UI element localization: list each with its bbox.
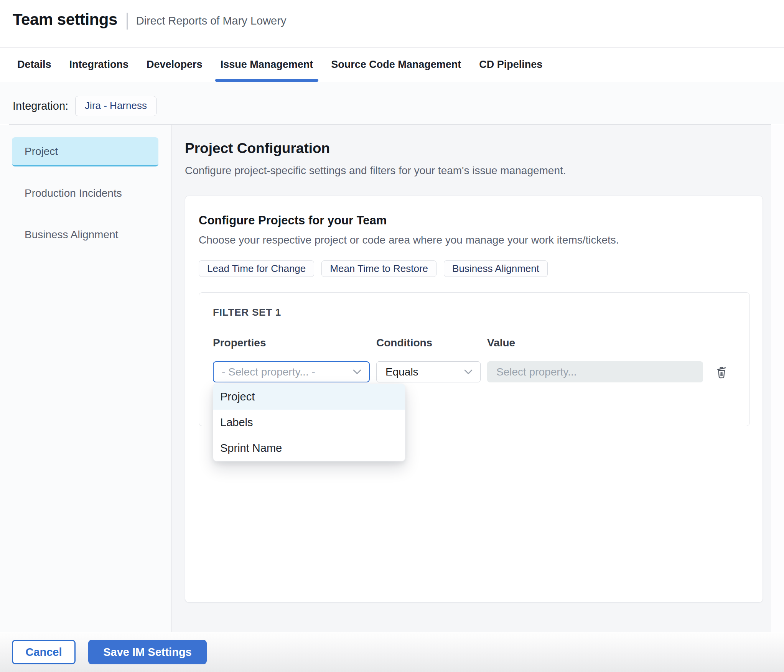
chip-lead-time-for-change[interactable]: Lead Time for Change	[199, 260, 314, 277]
settings-sidebar: Project Production Incidents Business Al…	[0, 125, 172, 632]
right-gutter	[771, 125, 784, 632]
card-description: Choose your respective project or code a…	[199, 234, 763, 246]
save-im-settings-button[interactable]: Save IM Settings	[88, 640, 207, 664]
sidebar-item-project[interactable]: Project	[12, 137, 158, 166]
dropdown-option-labels[interactable]: Labels	[213, 410, 405, 435]
filter-controls-row: - Select property... - Project Labels Sp…	[213, 361, 736, 382]
tab-integrations[interactable]: Integrations	[69, 48, 129, 82]
integration-row: Integration: Jira - Harness	[0, 82, 784, 124]
conditions-select-value: Equals	[385, 366, 418, 378]
sidebar-item-production-incidents[interactable]: Production Incidents	[12, 179, 158, 208]
trash-icon	[715, 364, 728, 380]
page-title: Team settings	[13, 10, 117, 29]
main-panel: Project Configuration Configure project-…	[172, 125, 771, 632]
footer-action-bar: Cancel Save IM Settings	[0, 632, 784, 672]
integration-label: Integration:	[13, 100, 68, 112]
section-subtitle: Configure project-specific settings and …	[185, 165, 763, 177]
tab-source-code-management[interactable]: Source Code Management	[331, 48, 461, 82]
conditions-select[interactable]: Equals	[376, 361, 481, 382]
filter-column-labels: Properties Conditions Value	[213, 337, 736, 349]
tab-details[interactable]: Details	[17, 48, 51, 82]
card-title: Configure Projects for your Team	[199, 214, 763, 227]
chip-mean-time-to-restore[interactable]: Mean Time to Restore	[321, 260, 436, 277]
team-settings-page: Team settings Direct Reports of Mary Low…	[0, 0, 784, 672]
column-label-value: Value	[487, 337, 703, 349]
filter-set-title: FILTER SET 1	[213, 306, 736, 318]
column-label-conditions: Conditions	[376, 337, 481, 349]
properties-select[interactable]: - Select property... - Project Labels Sp…	[213, 361, 370, 382]
chevron-down-icon	[353, 369, 361, 375]
properties-dropdown-menu: Project Labels Sprint Name	[213, 384, 405, 461]
tab-bar: Details Integrations Developers Issue Ma…	[0, 48, 784, 82]
tab-issue-management[interactable]: Issue Management	[221, 48, 313, 82]
chevron-down-icon	[464, 369, 473, 375]
configure-projects-card: Configure Projects for your Team Choose …	[185, 196, 763, 603]
delete-filter-button[interactable]	[713, 363, 730, 381]
page-subtitle: Direct Reports of Mary Lowery	[136, 15, 287, 27]
filter-set-card: FILTER SET 1 Properties Conditions Value…	[199, 292, 750, 426]
sidebar-item-business-alignment[interactable]: Business Alignment	[12, 220, 158, 249]
tab-cd-pipelines[interactable]: CD Pipelines	[479, 48, 542, 82]
value-input[interactable]	[487, 361, 703, 382]
metric-chips-row: Lead Time for Change Mean Time to Restor…	[199, 260, 763, 277]
section-title: Project Configuration	[185, 140, 763, 156]
integration-chip[interactable]: Jira - Harness	[75, 96, 156, 116]
tab-developers[interactable]: Developers	[147, 48, 203, 82]
page-header: Team settings Direct Reports of Mary Low…	[0, 0, 784, 48]
title-separator	[127, 13, 128, 30]
dropdown-option-project[interactable]: Project	[213, 384, 405, 410]
dropdown-option-sprint-name[interactable]: Sprint Name	[213, 435, 405, 461]
column-label-properties: Properties	[213, 337, 370, 349]
properties-select-placeholder: - Select property... -	[222, 366, 315, 378]
content-area: Project Production Incidents Business Al…	[0, 125, 784, 632]
cancel-button[interactable]: Cancel	[12, 640, 76, 664]
chip-business-alignment[interactable]: Business Alignment	[444, 260, 548, 277]
